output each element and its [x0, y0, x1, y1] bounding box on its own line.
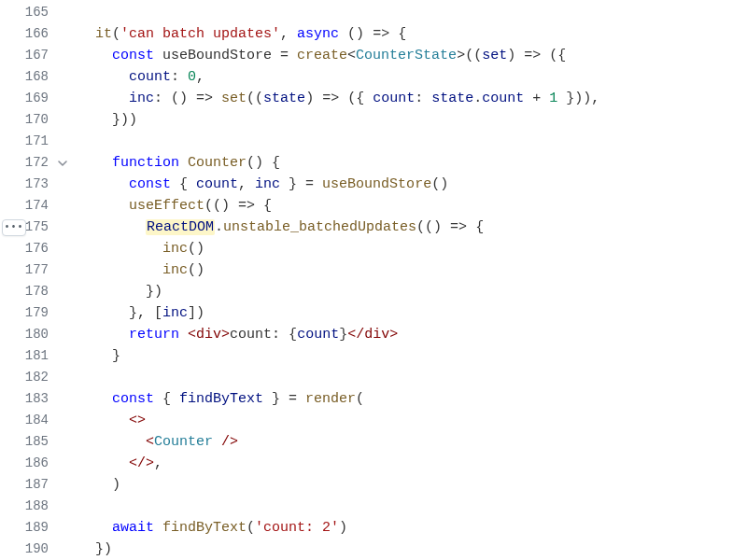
- token: async: [297, 26, 339, 42]
- code-line[interactable]: 176 inc(): [0, 238, 747, 259]
- line-number: 171: [13, 131, 52, 152]
- code-line[interactable]: 174 useEffect(() => {: [0, 195, 747, 217]
- code-line[interactable]: 187 ): [0, 474, 747, 496]
- token: inc: [162, 262, 188, 278]
- token: count: [129, 69, 171, 85]
- code-content[interactable]: inc(): [73, 259, 204, 281]
- code-content[interactable]: }, [inc]): [73, 302, 204, 324]
- token: <: [188, 327, 196, 343]
- code-line[interactable]: •••175 ReactDOM.unstable_batchedUpdates(…: [0, 217, 747, 238]
- token: ((): [416, 219, 450, 235]
- code-line[interactable]: 185 <Counter />: [0, 431, 747, 453]
- code-line[interactable]: 170 })): [0, 109, 747, 131]
- token: (): [188, 241, 204, 257]
- code-line[interactable]: 183 const { findByText } = render(: [0, 388, 747, 410]
- code-content[interactable]: }: [73, 345, 120, 367]
- token: state: [431, 91, 473, 106]
- code-line[interactable]: 182: [0, 367, 747, 388]
- code-line[interactable]: 188: [0, 496, 747, 517]
- token: : (): [154, 91, 196, 106]
- token: const: [129, 176, 171, 192]
- token: set: [221, 91, 247, 106]
- line-number: 166: [13, 23, 52, 45]
- code-line[interactable]: 180 return <div>count: {count}</div>: [0, 324, 747, 345]
- code-line[interactable]: 165: [0, 2, 747, 23]
- code-content[interactable]: count: 0,: [73, 66, 204, 88]
- code-content[interactable]: ): [73, 474, 120, 496]
- token: {: [289, 327, 297, 343]
- token: useBoundStore =: [154, 48, 297, 63]
- token: return: [129, 327, 179, 343]
- code-content[interactable]: <>: [73, 410, 146, 431]
- code-line[interactable]: 181 }: [0, 345, 747, 367]
- code-line[interactable]: 179 }, [inc]): [0, 302, 747, 324]
- code-line[interactable]: 184 <>: [0, 410, 747, 431]
- token: 'can batch updates': [120, 26, 280, 42]
- code-line[interactable]: 167 const useBoundStore = create<Counter…: [0, 45, 747, 66]
- token: (): [188, 262, 204, 278]
- code-content[interactable]: const { findByText } = render(: [73, 388, 364, 410]
- token: ): [112, 477, 120, 493]
- code-editor[interactable]: 165166 it('can batch updates', async () …: [0, 0, 747, 560]
- token: <: [347, 48, 356, 63]
- code-content[interactable]: <Counter />: [73, 431, 238, 453]
- code-content[interactable]: const useBoundStore = create<CounterStat…: [73, 45, 566, 66]
- code-content[interactable]: useEffect(() => {: [73, 195, 272, 217]
- token: }: [339, 327, 347, 343]
- code-line[interactable]: 169 inc: () => set((state) => ({ count: …: [0, 88, 747, 109]
- code-line[interactable]: 168 count: 0,: [0, 66, 747, 88]
- code-line[interactable]: 173 const { count, inc } = useBoundStore…: [0, 174, 747, 195]
- token: >: [221, 327, 230, 343]
- token: useEffect: [129, 198, 204, 214]
- line-number: 178: [13, 281, 52, 302]
- code-content[interactable]: }): [73, 281, 162, 302]
- code-content[interactable]: }): [73, 539, 112, 560]
- fold-toggle[interactable]: [52, 158, 73, 169]
- token: ): [305, 91, 322, 106]
- token: =>: [322, 91, 339, 106]
- code-content[interactable]: })): [73, 109, 137, 131]
- more-actions-icon[interactable]: •••: [2, 219, 26, 236]
- code-content[interactable]: ReactDOM.unstable_batchedUpdates(() => {: [73, 217, 484, 238]
- token: ReactDOM: [146, 219, 215, 235]
- token: (: [247, 520, 255, 536]
- code-content[interactable]: </>,: [73, 453, 162, 474]
- token: } =: [280, 176, 322, 192]
- token: render: [305, 391, 356, 407]
- line-number: 181: [13, 345, 52, 367]
- token: =>: [196, 91, 213, 106]
- line-number: 177: [13, 259, 52, 281]
- token: const: [112, 391, 154, 407]
- token: (: [112, 26, 120, 42]
- token: ({: [339, 91, 373, 106]
- code-content[interactable]: return <div>count: {count}</div>: [73, 324, 398, 345]
- token: {: [255, 198, 272, 214]
- token: findByText: [179, 391, 263, 407]
- token: })): [112, 112, 137, 128]
- token: }): [95, 541, 112, 557]
- code-content[interactable]: it('can batch updates', async () => {: [73, 23, 406, 45]
- code-content[interactable]: await findByText('count: 2'): [73, 517, 347, 539]
- token: count: [482, 91, 524, 106]
- token: {: [389, 26, 406, 42]
- token: div: [364, 327, 389, 343]
- code-line[interactable]: 172 function Counter() {: [0, 152, 747, 174]
- line-number: 174: [13, 195, 52, 217]
- code-content[interactable]: const { count, inc } = useBoundStore(): [73, 174, 448, 195]
- code-line[interactable]: 178 }): [0, 281, 747, 302]
- code-content[interactable]: inc: () => set((state) => ({ count: stat…: [73, 88, 599, 109]
- code-content[interactable]: function Counter() {: [73, 152, 280, 174]
- code-line[interactable]: 171: [0, 131, 747, 152]
- line-number: 183: [13, 388, 52, 410]
- code-line[interactable]: 190 }): [0, 539, 747, 560]
- code-line[interactable]: 177 inc(): [0, 259, 747, 281]
- code-line[interactable]: 189 await findByText('count: 2'): [0, 517, 747, 539]
- token: Counter: [188, 155, 247, 171]
- code-line[interactable]: 186 </>,: [0, 453, 747, 474]
- code-content[interactable]: inc(): [73, 238, 204, 259]
- token: {: [467, 219, 484, 235]
- token: </: [347, 327, 364, 343]
- code-line[interactable]: 166 it('can batch updates', async () => …: [0, 23, 747, 45]
- token: [154, 520, 162, 536]
- token: />: [213, 434, 238, 450]
